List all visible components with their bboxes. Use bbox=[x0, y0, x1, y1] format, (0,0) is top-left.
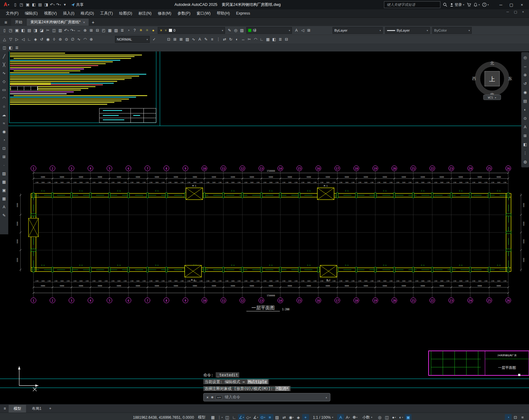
view-top-icon[interactable]: ◉ bbox=[45, 36, 51, 42]
menu-item[interactable]: 参数(P) bbox=[175, 10, 193, 17]
revision-cloud-icon[interactable]: ☁ bbox=[1, 112, 7, 118]
doc-restore-button[interactable]: ▢ bbox=[514, 10, 517, 14]
make-block-icon[interactable]: ⊞ bbox=[172, 36, 178, 42]
menu-item[interactable]: 视图(V) bbox=[41, 10, 60, 17]
zoom-previous-icon[interactable]: ⊟ bbox=[95, 27, 100, 33]
text-edit-icon[interactable]: A bbox=[197, 36, 203, 42]
new-layout-icon[interactable]: + bbox=[47, 405, 53, 412]
polyline-edit-icon[interactable]: ∿ bbox=[191, 36, 196, 42]
cut-icon[interactable]: ✂ bbox=[45, 27, 51, 33]
redo-icon[interactable]: ↷▾ bbox=[56, 2, 62, 8]
arc-icon[interactable]: ◠ bbox=[1, 95, 7, 101]
zoom-icon[interactable]: ⊕ bbox=[522, 72, 528, 78]
menu-item[interactable]: 修改(M) bbox=[155, 10, 174, 17]
quick-properties-icon[interactable]: ◫ bbox=[383, 414, 390, 420]
menu-item[interactable]: 文件(F) bbox=[3, 10, 21, 17]
annotation-monitor-icon[interactable]: ◎ bbox=[376, 414, 383, 420]
lineweight-control-dropdown[interactable]: ByLayer ▾ bbox=[385, 27, 430, 34]
open-icon[interactable]: ◳ bbox=[19, 2, 24, 8]
redo-icon[interactable]: ↷▾ bbox=[70, 27, 76, 33]
tab-layout1[interactable]: 布局1 bbox=[27, 405, 46, 413]
minimize-button[interactable]: ─ bbox=[496, 0, 506, 9]
make-block-icon[interactable]: ⊞ bbox=[1, 154, 7, 160]
add-selected-icon[interactable]: ✎ bbox=[1, 212, 7, 219]
construction-line-icon[interactable]: ╳ bbox=[1, 62, 7, 68]
showmotion-icon[interactable]: ◉ bbox=[522, 89, 528, 95]
style-check-icon[interactable]: ✓ bbox=[151, 36, 157, 42]
write-block-icon[interactable]: ⊠ bbox=[178, 36, 184, 42]
view-controls-icon[interactable]: ▤ bbox=[522, 98, 528, 104]
file-tabs-menu-icon[interactable]: ≡ bbox=[1, 18, 11, 26]
units-control[interactable]: 小数▾ bbox=[360, 415, 374, 420]
visual-style-icon[interactable]: ◐ bbox=[522, 107, 528, 113]
performance-monitor-icon[interactable]: ◔ bbox=[505, 414, 512, 420]
selection-cycling-icon[interactable]: ⇄ bbox=[281, 414, 288, 420]
undo-icon[interactable]: ↶▾ bbox=[64, 27, 69, 33]
draworder-above-icon[interactable]: ▷ bbox=[14, 36, 20, 42]
zoom-realtime-icon[interactable]: ⊕ bbox=[82, 27, 88, 33]
point-icon[interactable]: ∙ bbox=[1, 162, 7, 168]
clean-screen-icon[interactable]: ⊡ bbox=[512, 414, 519, 420]
mirror-icon[interactable]: ⇄ bbox=[222, 36, 227, 42]
linetype-control-dropdown[interactable]: ByLayer ▾ bbox=[333, 27, 383, 34]
open-icon[interactable]: ◳ bbox=[8, 27, 14, 33]
help-button[interactable]: ? ▾ bbox=[482, 2, 489, 7]
text-style-dropdown[interactable]: NORMAL ▾ bbox=[115, 36, 150, 43]
snap-mode-icon[interactable]: ⋮▾ bbox=[217, 414, 223, 420]
array-icon[interactable]: ▦ bbox=[265, 36, 271, 42]
trim-icon[interactable]: ✂ bbox=[246, 36, 252, 42]
stretch-icon[interactable]: ↔ bbox=[240, 36, 246, 42]
rectangle-icon[interactable]: ▭ bbox=[1, 87, 7, 93]
command-input-bar[interactable]: × ☸ ▸▾ 键入命令 ▴ bbox=[203, 393, 330, 401]
justify-icon[interactable]: ≡ bbox=[209, 36, 215, 42]
menu-item[interactable]: 工具(T) bbox=[97, 10, 116, 17]
orbit-icon[interactable]: ↺ bbox=[522, 81, 528, 87]
markup-icon[interactable]: ◔ bbox=[126, 27, 131, 33]
layer-on-icon[interactable]: ☀ bbox=[138, 27, 144, 33]
search-input[interactable] bbox=[386, 2, 438, 7]
ortho-mode-icon[interactable]: ∟ bbox=[231, 414, 238, 420]
rotate-icon[interactable]: ↻ bbox=[228, 36, 234, 42]
search-icon[interactable] bbox=[443, 2, 447, 7]
polyline-icon[interactable]: ∿ bbox=[1, 70, 7, 76]
ucs-icon[interactable]: ∟ bbox=[26, 36, 32, 42]
new-icon[interactable]: ▯ bbox=[2, 27, 7, 33]
annotation-visibility-icon[interactable]: A bbox=[337, 414, 344, 420]
named-views-icon[interactable]: ⊙ bbox=[64, 36, 69, 42]
save-as-icon[interactable]: ◧ bbox=[20, 27, 26, 33]
measure-icon[interactable]: ≣ bbox=[277, 36, 283, 42]
save-icon[interactable]: ▣ bbox=[14, 27, 20, 33]
zoom-window-icon[interactable]: ⊞ bbox=[88, 27, 94, 33]
polar-tracking-icon[interactable]: ∠▾ bbox=[238, 414, 245, 420]
transparency-icon[interactable]: ▨ bbox=[274, 414, 280, 420]
doc-minimize-button[interactable]: ─ bbox=[506, 10, 509, 14]
menu-item[interactable]: 插入(I) bbox=[60, 10, 77, 17]
coordinates-display[interactable]: 1881962.6438, 416996.7651, 0.0000 bbox=[133, 415, 194, 420]
doc-close-button[interactable]: × bbox=[522, 10, 524, 14]
spline-edit-icon[interactable]: ∿ bbox=[76, 36, 82, 42]
spline-icon[interactable]: ≈ bbox=[1, 120, 7, 126]
draworder-under-icon[interactable]: ◁ bbox=[20, 36, 26, 42]
dynamic-ucs-icon[interactable]: ◈ bbox=[295, 414, 302, 420]
full-navigation-wheel-icon[interactable]: ◎ bbox=[522, 55, 528, 61]
layer-thaw-icon[interactable]: ☀ bbox=[144, 27, 150, 33]
make-object-layer-current-icon[interactable]: ✎ bbox=[227, 27, 232, 33]
named-view-icon[interactable]: ⊙ bbox=[522, 115, 528, 122]
group-icon[interactable]: ◫ bbox=[2, 45, 7, 51]
publish-icon[interactable]: ◪ bbox=[39, 27, 45, 33]
menu-item[interactable]: 标注(N) bbox=[136, 10, 154, 17]
undo-icon[interactable]: ↶▾ bbox=[50, 2, 55, 8]
explode-icon[interactable]: ◧ bbox=[271, 36, 277, 42]
fillet-icon[interactable]: ◠ bbox=[253, 36, 258, 42]
maximize-button[interactable]: ▢ bbox=[506, 0, 517, 9]
infer-constraints-icon[interactable]: ◫ bbox=[224, 414, 231, 420]
draworder-front-icon[interactable]: △ bbox=[2, 36, 7, 42]
color-control-dropdown[interactable]: 绿 ▾ bbox=[246, 27, 292, 34]
help-icon[interactable]: ? bbox=[132, 27, 138, 33]
model-space-indicator[interactable]: 模型 bbox=[196, 415, 207, 420]
layer-previous-icon[interactable]: ▨ bbox=[239, 27, 245, 33]
mtext-icon[interactable]: A bbox=[1, 204, 7, 210]
new-drawing-tab-icon[interactable]: + bbox=[89, 19, 97, 26]
hatch-edit-icon[interactable]: ▨ bbox=[184, 36, 190, 42]
grid-mode-icon[interactable]: ▦ bbox=[209, 414, 216, 420]
